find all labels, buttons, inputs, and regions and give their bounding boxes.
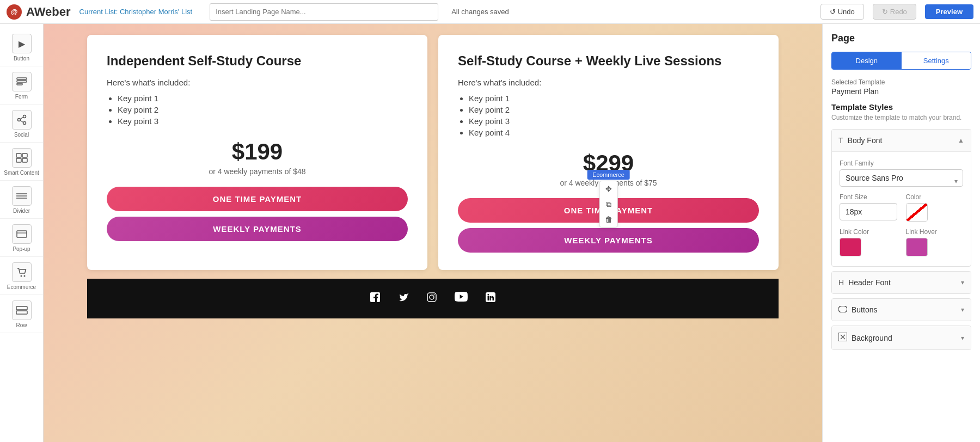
sidebar-item-popup[interactable]: Pop-up	[0, 219, 43, 257]
pricing-row: Independent Self-Study Course Here's wha…	[87, 35, 779, 270]
sidebar-popup-label: Pop-up	[13, 246, 30, 252]
body-font-label: Body Font	[848, 136, 883, 145]
color-label: Color	[906, 193, 964, 201]
tab-settings[interactable]: Settings	[902, 52, 971, 69]
smart-content-icon	[12, 148, 32, 168]
svg-line-7	[20, 117, 23, 119]
facebook-icon[interactable]	[370, 292, 381, 305]
svg-point-4	[17, 119, 20, 121]
header-font-label: Header Font	[848, 278, 891, 287]
redo-button[interactable]: ↻ Redo	[873, 4, 916, 20]
list-item: Key point 2	[469, 105, 759, 114]
ecommerce-icon	[12, 262, 32, 282]
sidebar-item-ecommerce[interactable]: Ecommerce	[0, 257, 43, 295]
header-font-header[interactable]: H Header Font ▾	[832, 272, 971, 293]
left-sidebar: ▶ Button Form Social Smart Content Div	[0, 24, 44, 442]
panel-tabs: Design Settings	[831, 52, 971, 70]
buttons-header[interactable]: Buttons ▾	[832, 299, 971, 321]
selected-template-value: Payment Plan	[831, 87, 971, 96]
delete-button[interactable]: 🗑	[600, 212, 617, 227]
card-1-weekly-button[interactable]: WEEKLY PAYMENTS	[107, 217, 408, 241]
buttons-header-left: Buttons	[838, 305, 877, 314]
color-swatch[interactable]	[906, 203, 928, 222]
floating-buttons: ✥ ⧉ 🗑	[599, 181, 618, 228]
color-swatch-diagonal	[906, 204, 927, 221]
svg-rect-9	[22, 154, 27, 157]
twitter-icon[interactable]	[398, 292, 409, 305]
body-font-chevron: ▲	[958, 137, 964, 144]
sidebar-item-form[interactable]: Form	[0, 66, 43, 105]
sidebar-form-label: Form	[15, 94, 28, 100]
font-family-select-wrapper: Source Sans Pro	[840, 169, 963, 193]
card-2-points: Key point 1 Key point 2 Key point 3 Key …	[458, 94, 759, 137]
card-2-buttons-area: Ecommerce ✥ ⧉ 🗑 ONE TIME PAYMENT WEEKLY …	[458, 198, 759, 253]
background-header-left: Background	[838, 333, 892, 343]
sidebar-item-smart-content[interactable]: Smart Content	[0, 143, 43, 181]
canvas-area: Independent Self-Study Course Here's wha…	[44, 24, 822, 442]
logo-text: AWeber	[26, 5, 71, 19]
youtube-icon[interactable]	[455, 292, 468, 305]
font-size-field: Font Size	[840, 193, 897, 222]
footer-bar	[87, 279, 779, 318]
svg-line-6	[20, 120, 23, 122]
background-icon	[838, 333, 847, 343]
svg-rect-10	[16, 158, 21, 162]
svg-point-22	[430, 295, 434, 299]
move-button[interactable]: ✥	[600, 181, 617, 197]
background-header[interactable]: Background ▾	[832, 326, 971, 349]
redo-icon: ↻	[882, 8, 888, 16]
font-size-color-row: Font Size Color	[840, 193, 963, 222]
list-item: Key point 2	[118, 105, 408, 114]
font-family-label: Font Family	[840, 159, 963, 167]
pricing-card-2: Self-Study Course + Weekly Live Sessions…	[438, 35, 779, 270]
card-1-points: Key point 1 Key point 2 Key point 3	[107, 94, 408, 126]
buttons-chevron: ▾	[961, 306, 964, 314]
font-family-select[interactable]: Source Sans Pro	[840, 169, 963, 187]
card-2-subtitle: Here's what's included:	[458, 78, 759, 87]
svg-rect-1	[17, 81, 27, 82]
card-2-weekly-button[interactable]: WEEKLY PAYMENTS	[458, 228, 759, 253]
sidebar-item-row[interactable]: Row	[0, 295, 43, 333]
background-label: Background	[852, 334, 892, 342]
sidebar-item-social[interactable]: Social	[0, 105, 43, 143]
sidebar-smart-content-label: Smart Content	[4, 170, 39, 176]
sidebar-item-button[interactable]: ▶ Button	[0, 28, 43, 66]
page-name-input[interactable]	[210, 3, 438, 21]
card-1-price: $199	[107, 139, 408, 165]
undo-icon: ↺	[830, 8, 836, 16]
floating-toolbar: Ecommerce ✥ ⧉ 🗑	[587, 170, 630, 228]
sidebar-item-divider[interactable]: Divider	[0, 181, 43, 219]
sidebar-row-label: Row	[16, 322, 27, 328]
body-font-header[interactable]: T Body Font ▲	[832, 130, 971, 151]
row-icon	[12, 300, 32, 320]
font-size-input[interactable]	[840, 203, 897, 220]
link-hover-label: Link Hover	[906, 228, 964, 236]
link-color-row: Link Color Link Hover	[840, 228, 963, 256]
instagram-icon[interactable]	[426, 292, 437, 305]
header-font-chevron: ▾	[961, 279, 964, 286]
header-font-section: H Header Font ▾	[831, 271, 971, 294]
color-field: Color	[906, 193, 964, 222]
undo-button[interactable]: ↺ Undo	[820, 4, 864, 20]
current-list-link[interactable]: Current List: Christopher Morris' List	[79, 8, 193, 16]
svg-rect-19	[16, 306, 27, 310]
link-color-field: Link Color	[840, 228, 897, 256]
sidebar-social-label: Social	[14, 132, 29, 138]
buttons-icon	[838, 305, 847, 314]
link-color-label: Link Color	[840, 228, 897, 236]
copy-button[interactable]: ⧉	[600, 197, 617, 212]
top-bar: @ AWeber Current List: Christopher Morri…	[0, 0, 980, 24]
buttons-label: Buttons	[852, 305, 877, 314]
svg-rect-0	[17, 78, 27, 79]
card-1-one-time-button[interactable]: ONE TIME PAYMENT	[107, 187, 408, 211]
linkedin-icon[interactable]	[485, 292, 496, 305]
header-font-icon: H	[838, 278, 844, 287]
preview-button[interactable]: Preview	[925, 4, 973, 19]
list-item: Key point 1	[118, 94, 408, 103]
sidebar-divider-label: Divider	[13, 208, 30, 214]
tab-design[interactable]: Design	[832, 52, 902, 69]
panel-title: Page	[831, 33, 971, 44]
link-color-swatch[interactable]	[840, 238, 861, 256]
link-hover-swatch[interactable]	[906, 238, 928, 256]
card-1-subtitle: Here's what's included:	[107, 78, 408, 87]
